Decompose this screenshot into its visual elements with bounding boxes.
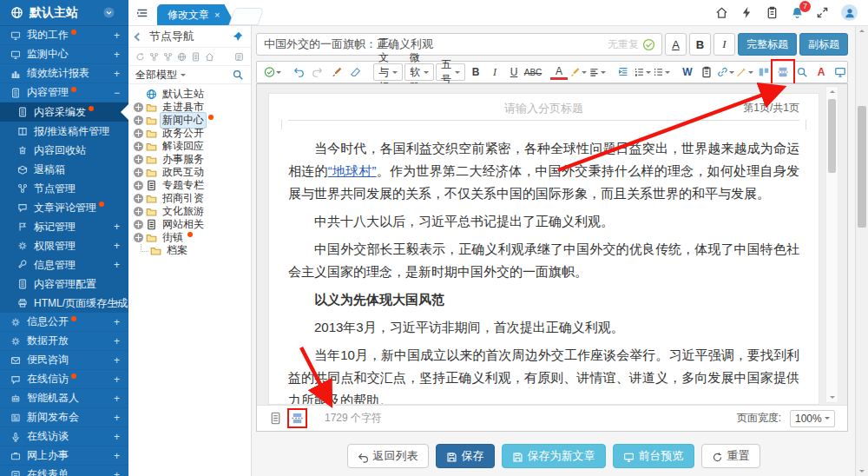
expand-plus-icon[interactable] (134, 181, 143, 190)
quick-launch-icon[interactable] (740, 6, 753, 19)
footer-button[interactable]: 保存 (436, 444, 495, 468)
align-button[interactable] (589, 63, 606, 82)
scroll-up-arrow[interactable] (859, 30, 865, 32)
sidebar-item[interactable]: 内容管理 − (0, 83, 128, 102)
tree-item[interactable]: 文化旅游 (134, 205, 251, 218)
scroll-up-arrow[interactable] (830, 90, 835, 93)
page-view-toggle-icon[interactable] (291, 412, 304, 425)
tree-item[interactable]: 走进县市 (134, 101, 251, 114)
find-replace-button[interactable] (793, 63, 811, 82)
tree-item[interactable]: 办事服务 (134, 153, 251, 166)
collapse-panel-icon[interactable] (135, 32, 143, 41)
paragraph-style-select[interactable]: 正文与标题 (373, 63, 403, 81)
full-title-button[interactable]: 完整标题 (738, 33, 797, 56)
tree-item[interactable]: 街镇 (134, 231, 251, 244)
strikethrough-button[interactable]: ABC (524, 63, 542, 82)
footer-button[interactable]: 重置 (701, 444, 760, 468)
font-size-select[interactable]: 五号 (436, 63, 465, 81)
collapse-all-icon[interactable] (163, 52, 173, 62)
bold-button[interactable]: B (467, 63, 484, 82)
scroll-down-arrow[interactable] (859, 470, 865, 473)
site-icon[interactable] (177, 52, 187, 62)
pin-icon[interactable] (232, 30, 244, 43)
title-underline-button[interactable]: A (665, 33, 687, 56)
tree-item[interactable]: 招商引资 (134, 192, 251, 205)
expand-plus-icon[interactable] (134, 129, 143, 138)
report-panel-icon[interactable] (234, 52, 244, 62)
home-icon[interactable] (715, 6, 728, 19)
tree-item[interactable]: 专题专栏 (134, 179, 251, 192)
format-painter-button[interactable] (328, 63, 345, 82)
article-body[interactable]: 当今时代，各国利益交织空前紧密，各种全球性问题日益突出，世界越来越成为命运相连的… (288, 137, 799, 405)
fullscreen-icon[interactable] (816, 6, 829, 19)
italic-button[interactable]: I (486, 63, 503, 82)
tree-item[interactable]: 默认主站 (134, 88, 251, 101)
sidebar-item[interactable]: 退稿箱 (0, 160, 128, 179)
underline-button[interactable]: U (505, 63, 523, 82)
tree-item[interactable]: 档案 (134, 244, 251, 257)
search-icon[interactable] (232, 69, 244, 81)
expand-plus-icon[interactable] (134, 142, 143, 151)
sidebar-item[interactable]: 文章评论管理 (0, 198, 128, 217)
tasks-icon[interactable] (766, 6, 779, 19)
expand-all-icon[interactable] (149, 52, 159, 62)
home-node-icon[interactable] (205, 52, 214, 62)
page-title-placeholder[interactable]: 请输入分页标题 (269, 101, 819, 116)
page-break-button[interactable] (774, 63, 792, 82)
indent-button[interactable] (615, 63, 632, 82)
expand-plus-icon[interactable] (134, 155, 143, 164)
sidebar-item[interactable]: 信息管理 + (0, 255, 128, 274)
tree-item[interactable]: 解读回应 (134, 140, 251, 153)
paste-from-word-button[interactable]: W (679, 63, 696, 82)
tree-item[interactable]: 政务公开 (134, 127, 251, 140)
expand-plus-icon[interactable] (134, 220, 143, 229)
sidebar-item[interactable]: 网上办事 + (0, 446, 128, 466)
article-title-input[interactable]: 中国外交的一面旗帜：正确义利观 无重复 (256, 33, 662, 56)
sidebar-item[interactable]: 信息公开 + (0, 313, 128, 332)
expand-plus-icon[interactable] (134, 233, 143, 242)
page-width-select[interactable]: 100% (790, 410, 835, 427)
inline-link[interactable]: “地球村” (328, 163, 377, 178)
sidebar-item[interactable]: HTML/页面缓存生成 + (0, 294, 128, 313)
title-bold-button[interactable]: B (689, 33, 711, 56)
tab-edit-article[interactable]: 修改文章× (157, 4, 235, 25)
expand-plus-icon[interactable] (134, 116, 143, 125)
insert-link-button[interactable] (717, 63, 734, 82)
sidebar-item[interactable]: 在线表单 + (0, 466, 128, 476)
notifications-bell-icon[interactable]: 7 (791, 6, 804, 19)
collapse-sidebar-icon[interactable] (102, 6, 115, 19)
editor-scrollbar[interactable] (825, 86, 838, 403)
font-family-select[interactable]: 微软雅 (404, 63, 434, 81)
scrollbar-thumb[interactable] (858, 106, 866, 228)
sidebar-item[interactable]: 权限管理 + (0, 236, 128, 255)
title-italic-button[interactable]: I (713, 33, 735, 56)
tree-item[interactable]: 网站相关 (134, 218, 251, 231)
subtitle-button[interactable]: 副标题 (799, 33, 848, 56)
sidebar-item[interactable]: 新闻发布会 + (0, 408, 128, 427)
sidebar-item[interactable]: 标记管理 + (0, 217, 128, 236)
ordered-list-button[interactable] (634, 63, 651, 82)
sidebar-item[interactable]: 在线访谈 + (0, 427, 128, 446)
expand-plus-icon[interactable] (134, 168, 143, 177)
source-view-icon[interactable] (269, 412, 282, 425)
scroll-down-arrow[interactable] (830, 396, 835, 399)
model-filter-select[interactable]: 全部模型 (135, 68, 186, 83)
footer-button[interactable]: 前台预览 (613, 444, 694, 468)
menu-toggle-icon[interactable] (136, 7, 148, 19)
expand-plus-icon[interactable] (134, 207, 143, 216)
undo-button[interactable] (290, 63, 307, 82)
font-color-button[interactable]: A (550, 64, 568, 80)
sidebar-item[interactable]: 报/推送稿件管理 (0, 122, 128, 141)
sidebar-item[interactable]: 便民咨询 + (0, 351, 128, 370)
sidebar-item[interactable]: 我的工作 + (0, 26, 128, 45)
user-avatar[interactable] (841, 4, 858, 21)
site-header[interactable]: 默认主站 (0, 0, 128, 26)
sidebar-item[interactable]: 数据开放 + (0, 332, 128, 351)
close-tab-icon[interactable]: × (214, 10, 220, 20)
sidebar-item[interactable]: 内容管理配置 (0, 274, 128, 294)
tree-item[interactable]: 新闻中心 (134, 114, 251, 127)
editor-page[interactable]: 请输入分页标题 第1页/共1页 当今时代，各国利益交织空前紧密，各种全球性问题日… (268, 93, 819, 405)
sidebar-item[interactable]: 智能机器人 + (0, 389, 128, 408)
one-key-format-button[interactable] (736, 63, 753, 82)
footer-button[interactable]: 保存为新文章 (502, 444, 606, 468)
